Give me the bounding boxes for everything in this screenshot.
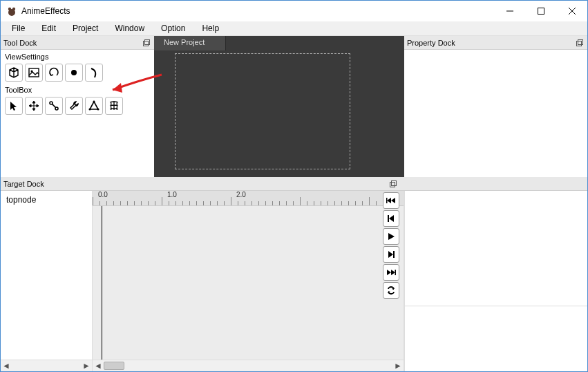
timeline-ruler[interactable]: 0.0 1.0 2.0: [93, 191, 404, 206]
menu-file[interactable]: File: [3, 22, 33, 35]
svg-point-15: [89, 109, 91, 111]
tool-mesh-button[interactable]: [105, 97, 123, 115]
playhead[interactable]: [102, 206, 102, 360]
property-dock: Property Dock: [404, 36, 587, 177]
svg-point-1: [8, 8, 11, 10]
tool-cursor-button[interactable]: [5, 97, 23, 115]
menu-project[interactable]: Project: [64, 22, 106, 35]
svg-point-13: [55, 107, 58, 110]
titlebar: AnimeEffects: [1, 1, 587, 21]
svg-rect-8: [145, 39, 150, 44]
menu-help[interactable]: Help: [193, 22, 227, 35]
svg-rect-19: [578, 39, 583, 44]
forward-end-button[interactable]: [383, 264, 399, 281]
playback-controls: [383, 191, 401, 299]
float-icon[interactable]: [142, 38, 151, 48]
tab-strip: New Project: [154, 36, 404, 50]
tool-wrench-button[interactable]: [65, 97, 83, 115]
right-bottom-panel: [404, 191, 587, 371]
scroll-thumb[interactable]: [104, 362, 124, 370]
target-dock-title: Target Dock: [3, 180, 388, 188]
menubar: File Edit Project Window Option Help: [1, 21, 587, 36]
canvas-bounds-rect: [175, 53, 350, 169]
view-curve-button[interactable]: [85, 64, 103, 82]
svg-point-2: [12, 8, 15, 10]
svg-line-14: [52, 104, 55, 107]
toolbox-label: ToolBox: [1, 83, 154, 95]
app-window: AnimeEffects File Edit Project Window Op…: [0, 0, 588, 372]
view-cube-button[interactable]: [5, 64, 23, 82]
timeline-body[interactable]: [93, 206, 404, 360]
svg-rect-20: [390, 182, 395, 187]
loop-button[interactable]: [383, 282, 399, 299]
maximize-button[interactable]: [525, 1, 556, 21]
tree-node-topnode[interactable]: topnode: [6, 195, 86, 205]
svg-point-12: [50, 102, 53, 104]
svg-point-17: [97, 109, 99, 111]
svg-rect-4: [538, 8, 544, 15]
tool-dock-header: Tool Dock: [1, 36, 154, 50]
property-dock-title: Property Dock: [407, 39, 575, 47]
play-button[interactable]: [383, 228, 399, 245]
menu-window[interactable]: Window: [106, 22, 153, 35]
step-forward-button[interactable]: [383, 246, 399, 263]
svg-rect-22: [386, 198, 388, 203]
svg-point-11: [71, 70, 77, 75]
view-settings-label: ViewSettings: [1, 50, 154, 62]
tree-hscrollbar[interactable]: ◄ ►: [1, 360, 92, 371]
scroll-left-icon[interactable]: ◄: [1, 361, 12, 371]
float-icon[interactable]: [388, 179, 398, 189]
app-icon: [6, 6, 17, 17]
minimize-button[interactable]: [494, 1, 525, 21]
target-tree: topnode ◄ ►: [1, 191, 93, 371]
tool-triangle-button[interactable]: [85, 97, 103, 115]
svg-rect-24: [393, 251, 395, 258]
view-image-button[interactable]: [25, 64, 43, 82]
timeline: 0.0 1.0 2.0: [93, 191, 404, 371]
svg-rect-25: [395, 270, 397, 275]
property-dock-body: [404, 50, 587, 177]
tool-move-button[interactable]: [25, 97, 43, 115]
right-bottom-subpanel: [405, 306, 587, 371]
app-title: AnimeEffects: [21, 6, 494, 16]
canvas-viewport[interactable]: [154, 50, 404, 177]
scroll-left-icon[interactable]: ◄: [93, 361, 104, 371]
rewind-start-button[interactable]: [383, 192, 399, 209]
view-dot-button[interactable]: [65, 64, 83, 82]
close-button[interactable]: [556, 1, 587, 21]
float-icon[interactable]: [575, 38, 585, 48]
tool-dock-title: Tool Dock: [3, 39, 142, 47]
target-dock-header: Target Dock: [1, 177, 587, 191]
tool-dock: Tool Dock ViewSettings ToolBox: [1, 36, 154, 177]
svg-point-16: [93, 101, 95, 103]
svg-rect-21: [392, 180, 397, 185]
svg-rect-7: [144, 41, 149, 46]
scroll-right-icon[interactable]: ►: [81, 361, 92, 371]
property-dock-header: Property Dock: [404, 36, 587, 50]
svg-rect-18: [577, 41, 582, 46]
tab-new-project[interactable]: New Project: [154, 36, 226, 50]
menu-edit[interactable]: Edit: [33, 22, 64, 35]
step-back-button[interactable]: [383, 210, 399, 227]
view-rotate-button[interactable]: [45, 64, 63, 82]
svg-rect-23: [388, 215, 389, 222]
scroll-right-icon[interactable]: ►: [392, 361, 404, 371]
menu-option[interactable]: Option: [153, 22, 193, 35]
tool-bone-button[interactable]: [45, 97, 63, 115]
timeline-hscrollbar[interactable]: ◄ ►: [93, 360, 404, 371]
canvas-area[interactable]: New Project: [154, 36, 404, 177]
